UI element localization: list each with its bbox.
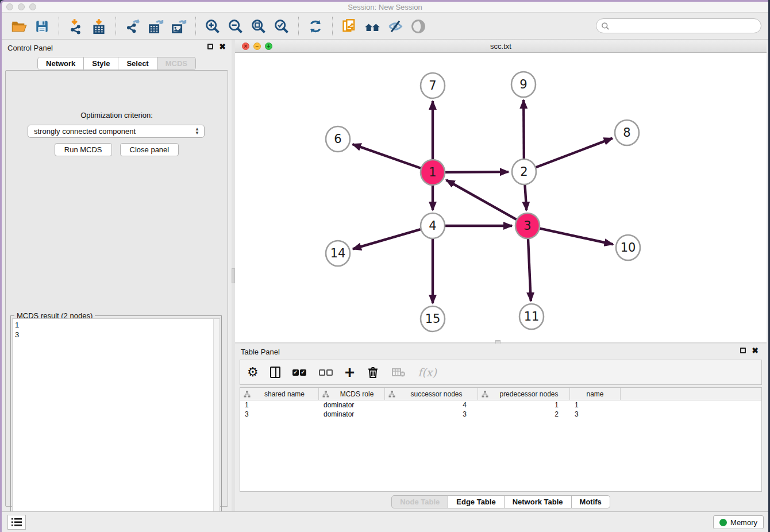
edge-3-1[interactable]	[446, 180, 517, 219]
control-panel: Control Panel ✖ NetworkStyleSelectMCDS O…	[2, 40, 232, 511]
tab-select[interactable]: Select	[118, 57, 157, 70]
table-cell[interactable]: dominator	[319, 400, 385, 410]
tab-motifs[interactable]: Motifs	[572, 495, 610, 508]
table-cell[interactable]: 1	[570, 400, 621, 410]
deselect-all-button[interactable]	[318, 364, 333, 380]
network-graph[interactable]: 7968124314101511	[235, 53, 768, 342]
result-scrollbar[interactable]	[213, 319, 220, 532]
graph-node-14[interactable]: 14	[326, 241, 350, 266]
edge-3-11[interactable]	[528, 238, 531, 301]
export-image-icon	[171, 18, 187, 34]
search-input[interactable]	[610, 22, 761, 30]
memory-button[interactable]: Memory	[713, 515, 764, 529]
search-field[interactable]	[596, 18, 761, 33]
delete-column-button[interactable]	[366, 364, 380, 380]
titlebar: Session: New Session	[2, 2, 768, 13]
toolbar-separator	[116, 17, 116, 36]
edge-4-14[interactable]	[353, 229, 421, 249]
show-graphics-button[interactable]	[409, 17, 428, 36]
delete-table-icon	[391, 366, 406, 379]
close-panel-icon[interactable]: ✖	[752, 348, 759, 353]
table-row[interactable]: 3dominator323	[240, 410, 761, 419]
close-panel-icon[interactable]: ✖	[219, 44, 226, 49]
tab-mcds[interactable]: MCDS	[157, 57, 196, 70]
graph-node-1[interactable]: 1	[421, 160, 445, 185]
hierarchy-icon	[482, 391, 488, 398]
edge-1-2[interactable]	[445, 172, 509, 172]
import-table-icon	[91, 18, 107, 34]
graph-node-9[interactable]: 9	[511, 72, 536, 97]
edge-1-6[interactable]	[352, 144, 421, 168]
tab-network-table[interactable]: Network Table	[505, 495, 572, 508]
status-bar: Memory	[2, 511, 768, 532]
graph-node-7[interactable]: 7	[421, 73, 445, 98]
export-table-button[interactable]	[146, 17, 165, 36]
select-all-button[interactable]: ✓✓	[292, 364, 307, 380]
control-panel-title: Control Panel	[7, 44, 53, 52]
refresh-button[interactable]	[306, 17, 325, 36]
clone-network-button[interactable]	[340, 17, 359, 36]
table-cell[interactable]: 2	[478, 410, 570, 419]
zoom-in-button[interactable]	[203, 17, 222, 36]
export-network-button[interactable]	[123, 17, 143, 36]
window-title: Session: New Session	[2, 3, 768, 11]
column-header-name[interactable]: name	[570, 388, 621, 400]
edge-2-9[interactable]	[523, 100, 524, 159]
edge-2-8[interactable]	[536, 138, 613, 168]
graph-node-11[interactable]: 11	[519, 304, 544, 329]
table-cell[interactable]: dominator	[319, 410, 385, 419]
add-column-button[interactable]: +	[345, 364, 355, 380]
edge-2-3[interactable]	[525, 184, 526, 210]
tab-edge-table[interactable]: Edge Table	[448, 495, 504, 508]
column-header-predecessor-nodes[interactable]: predecessor nodes	[478, 388, 570, 400]
close-panel-button[interactable]: Close panel	[120, 143, 179, 156]
first-neighbors-button[interactable]	[363, 17, 382, 36]
task-history-button[interactable]	[7, 515, 26, 530]
graph-node-6[interactable]: 6	[326, 126, 350, 152]
graph-node-15[interactable]: 15	[421, 306, 445, 331]
column-header-MCDS-role[interactable]: MCDS role	[319, 388, 385, 400]
float-panel-icon[interactable]	[207, 44, 213, 49]
import-table-button[interactable]	[89, 17, 109, 36]
tab-network[interactable]: Network	[37, 57, 84, 70]
zoom-fit-button[interactable]	[249, 17, 268, 36]
table-settings-button[interactable]: ⚙	[247, 364, 259, 380]
table-cell[interactable]: 4	[385, 400, 478, 410]
tab-style[interactable]: Style	[84, 57, 118, 70]
hide-selected-button[interactable]	[386, 17, 405, 36]
graph-node-10[interactable]: 10	[616, 235, 640, 260]
table-cell[interactable]: 1	[478, 400, 570, 410]
split-panel-button[interactable]	[270, 364, 280, 380]
mcds-result-area[interactable]: 13	[12, 318, 220, 532]
zoom-selected-button[interactable]	[272, 17, 291, 36]
open-session-button[interactable]	[9, 17, 29, 36]
node-table[interactable]: shared nameMCDS rolesuccessor nodesprede…	[240, 387, 762, 492]
column-header-shared-name[interactable]: shared name	[240, 388, 319, 400]
hierarchy-icon	[322, 391, 329, 398]
run-mcds-button[interactable]: Run MCDS	[55, 143, 112, 156]
import-network-button[interactable]	[66, 17, 86, 36]
hierarchy-icon	[244, 391, 251, 398]
table-cell[interactable]: 1	[240, 400, 319, 410]
tab-node-table[interactable]: Node Table	[391, 495, 448, 508]
criterion-select[interactable]: strongly connected component ▲▼	[28, 125, 205, 138]
table-cell[interactable]: 3	[385, 410, 478, 419]
table-cell[interactable]: 3	[570, 410, 621, 419]
function-builder-button[interactable]: f(x)	[418, 364, 437, 380]
right-column: × − + scc.txt 7968124314101511 Table Pan…	[235, 40, 767, 511]
graph-node-3[interactable]: 3	[515, 213, 540, 238]
save-session-button[interactable]	[32, 17, 52, 36]
network-canvas[interactable]: 7968124314101511	[235, 53, 767, 342]
graph-node-4[interactable]: 4	[421, 213, 445, 238]
float-panel-icon[interactable]	[740, 348, 746, 353]
column-header-successor-nodes[interactable]: successor nodes	[385, 388, 478, 400]
table-cell[interactable]: 3	[240, 410, 319, 419]
graph-node-2[interactable]: 2	[512, 159, 536, 184]
zoom-out-button[interactable]	[226, 17, 245, 36]
graph-node-8[interactable]: 8	[615, 120, 639, 145]
plus-icon: +	[345, 365, 355, 380]
export-image-button[interactable]	[169, 17, 188, 36]
table-row[interactable]: 1dominator411	[240, 400, 761, 410]
delete-table-button[interactable]	[391, 364, 406, 380]
edge-3-10[interactable]	[540, 229, 613, 245]
